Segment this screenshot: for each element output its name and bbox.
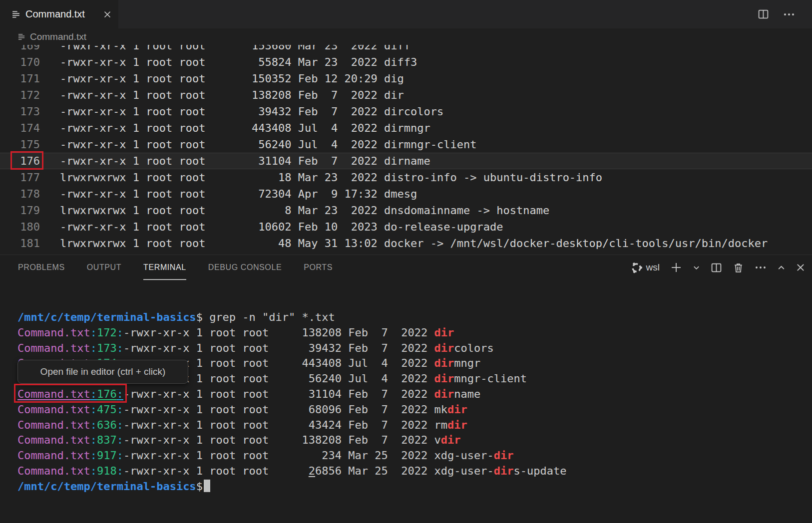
ubuntu-wsl-icon (630, 262, 643, 274)
terminal-text: dir (434, 388, 454, 400)
panel-more-actions-icon[interactable] (755, 262, 767, 273)
terminal-text: grep -n "dir" *.txt (209, 311, 335, 323)
terminal-text: : (117, 465, 123, 477)
line-text: -rwxr-xr-x 1 root root 153680 Mar 23 202… (40, 45, 410, 54)
terminal-text: dir (494, 449, 514, 462)
editor-line-172[interactable]: 172-rwxr-xr-x 1 root root 138208 Feb 7 2… (0, 87, 812, 103)
terminal-text: Command.txt (17, 465, 90, 477)
terminal-text: dir (434, 342, 454, 354)
line-text: -rwxr-xr-x 1 root root 39432 Feb 7 2022 … (40, 103, 443, 120)
terminal-text: dir (434, 326, 454, 339)
terminal-text: : (117, 326, 123, 339)
line-number: 175 (0, 136, 40, 153)
editor-line-174[interactable]: 174-rwxr-xr-x 1 root root 443408 Jul 4 2… (0, 120, 812, 136)
panel-tab-debug-console[interactable]: DEBUG CONSOLE (208, 255, 282, 280)
panel-tab-terminal[interactable]: TERMINAL (143, 255, 186, 280)
terminal-text: dir (434, 372, 454, 385)
grep-result-917: Command.txt:917:-rwxr-xr-x 1 root root 2… (17, 448, 812, 464)
panel-tab-problems[interactable]: PROBLEMS (18, 255, 65, 280)
close-panel-icon[interactable] (796, 263, 805, 272)
more-actions-icon[interactable] (783, 8, 795, 20)
vscode-window: Command.txt (0, 0, 812, 523)
annotation-box-terminal-link (14, 384, 127, 403)
editor-line-176[interactable]: 176-rwxr-xr-x 1 root root 31104 Feb 7 20… (0, 153, 812, 169)
terminal-text: : (117, 419, 123, 431)
editor-actions (758, 0, 812, 28)
breadcrumb[interactable]: Command.txt (0, 28, 812, 45)
split-terminal-icon[interactable] (711, 262, 722, 273)
line-text: -rwxr-xr-x 1 root root 72304 Apr 9 17:32… (40, 186, 417, 202)
terminal-text: : (90, 419, 97, 431)
line-number: 172 (0, 87, 40, 103)
editor-line-177[interactable]: 177lrwxrwxrwx 1 root root 18 Mar 23 2022… (0, 169, 812, 186)
terminal-cursor (204, 480, 210, 492)
panel-tab-output[interactable]: OUTPUT (87, 255, 121, 280)
tooltip-text: Open file in editor (ctrl + click) (40, 366, 166, 377)
editor-line-173[interactable]: 173-rwxr-xr-x 1 root root 39432 Feb 7 20… (0, 103, 812, 120)
terminal-text: Command.txt (17, 326, 90, 339)
terminal-text: 918 (97, 465, 117, 477)
tab-command-txt[interactable]: Command.txt (0, 0, 118, 28)
editor-line-169[interactable]: 169-rwxr-xr-x 1 root root 153680 Mar 23 … (0, 45, 812, 54)
grep-result-172: Command.txt:172:-rwxr-xr-x 1 root root 1… (17, 325, 812, 341)
panel-tab-ports[interactable]: PORTS (304, 255, 333, 280)
line-number: 174 (0, 120, 40, 136)
breadcrumb-item-filename[interactable]: Command.txt (30, 31, 86, 42)
line-text: lrwxrwxrwx 1 root root 48 May 31 13:02 d… (40, 235, 768, 252)
terminal-text: 6856 Mar 25 2022 xdg-user- (315, 465, 494, 477)
kill-terminal-trash-icon[interactable] (733, 262, 744, 273)
terminal-text: s-update (513, 465, 566, 477)
line-number: 170 (0, 54, 40, 70)
terminal-text: $ (196, 480, 203, 493)
split-editor-icon[interactable] (758, 8, 769, 20)
line-number: 180 (0, 219, 40, 235)
terminal-text: -rwxr-xr-x 1 root root 31104 Feb 7 2022 (123, 388, 434, 400)
terminal-text: dir (494, 465, 514, 477)
line-text: -rwxr-xr-x 1 root root 55824 Mar 23 2022… (40, 54, 417, 70)
terminal-text: dir (447, 419, 467, 431)
editor-line-175[interactable]: 175-rwxr-xr-x 1 root root 56240 Jul 4 20… (0, 136, 812, 153)
terminal-output[interactable]: /mnt/c/temp/terminal-basics$ grep -n "di… (17, 310, 812, 495)
terminal-text: 2 (309, 465, 315, 477)
line-number: 178 (0, 186, 40, 202)
terminal-text: : (90, 465, 97, 477)
line-number: 169 (0, 45, 40, 54)
terminal-text: 917 (97, 449, 117, 462)
line-text: -rwxr-xr-x 1 root root 31104 Feb 7 2022 … (40, 153, 430, 169)
prompt-command: /mnt/c/temp/terminal-basics$ grep -n "di… (17, 310, 812, 325)
editor-line-179[interactable]: 179lrwxrwxrwx 1 root root 8 Mar 23 2022 … (0, 202, 812, 219)
terminal-text: -rwxr-xr-x 1 root root 68096 Feb 7 2022 … (123, 403, 447, 416)
editor-pane[interactable]: 169-rwxr-xr-x 1 root root 153680 Mar 23 … (0, 45, 812, 255)
terminal-text: name (454, 388, 480, 400)
line-text: lrwxrwxrwx 1 root root 18 Mar 23 2022 di… (40, 169, 602, 186)
tab-close-icon[interactable] (103, 10, 111, 18)
editor-line-178[interactable]: 178-rwxr-xr-x 1 root root 72304 Apr 9 17… (0, 186, 812, 202)
maximize-panel-chevron-up-icon[interactable] (777, 263, 786, 272)
grep-result-636: Command.txt:636:-rwxr-xr-x 1 root root 4… (17, 418, 812, 433)
terminal-text: : (90, 449, 97, 462)
terminal-text: -rwxr-xr-x 1 root root 138208 Feb 7 2022 (123, 326, 434, 339)
grep-result-173: Command.txt:173:-rwxr-xr-x 1 root root 3… (17, 341, 812, 356)
annotation-box-line-176 (10, 151, 43, 170)
line-text: -rwxr-xr-x 1 root root 10602 Feb 10 2023… (40, 219, 503, 235)
terminal-text: : (117, 449, 123, 462)
terminal-text: $ (196, 311, 210, 323)
grep-result-837: Command.txt:837:-rwxr-xr-x 1 root root 1… (17, 433, 812, 448)
line-number: 173 (0, 103, 40, 120)
editor-tab-bar: Command.txt (0, 0, 812, 28)
editor-line-181[interactable]: 181lrwxrwxrwx 1 root root 48 May 31 13:0… (0, 235, 812, 252)
grep-result-918: Command.txt:918:-rwxr-xr-x 1 root root 2… (17, 464, 812, 479)
terminal-text: : (117, 403, 123, 416)
terminal-text: Command.txt (17, 342, 90, 354)
new-terminal-icon[interactable] (670, 262, 682, 273)
terminal-text: : (90, 326, 97, 339)
terminal-profile[interactable]: wsl (630, 262, 660, 274)
terminal-launch-chevron-down-icon[interactable] (693, 264, 700, 271)
editor-line-170[interactable]: 170-rwxr-xr-x 1 root root 55824 Mar 23 2… (0, 54, 812, 70)
prompt-idle: /mnt/c/temp/terminal-basics$ (17, 479, 812, 495)
line-number: 171 (0, 70, 40, 87)
editor-line-171[interactable]: 171-rwxr-xr-x 1 root root 150352 Feb 12 … (0, 70, 812, 87)
line-number: 179 (0, 202, 40, 219)
line-text: -rwxr-xr-x 1 root root 150352 Feb 12 20:… (40, 70, 404, 87)
editor-line-180[interactable]: 180-rwxr-xr-x 1 root root 10602 Feb 10 2… (0, 219, 812, 235)
